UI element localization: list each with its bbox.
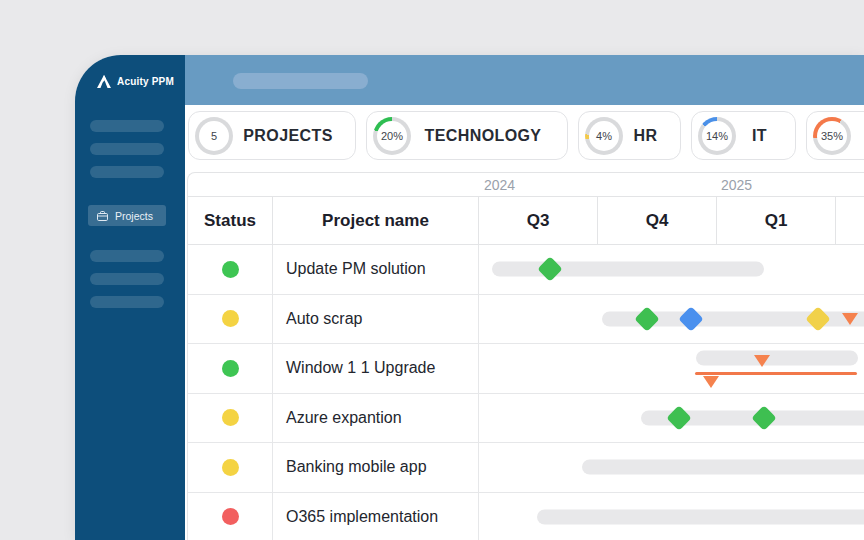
status-cell [188,245,273,294]
donut-chart: 35% [813,117,851,155]
table-row[interactable]: Azure expantion [188,394,864,444]
project-name: Banking mobile app [273,443,479,492]
briefcase-icon [97,211,108,221]
main-content: 5 PROJECTS 20% TECHNOLOGY 4% HR 14% IT 3… [185,55,864,540]
sidebar-item-projects[interactable]: Projects [88,205,166,226]
project-name: Window 1 1 Upgrade [273,344,479,393]
year-header-row: 2024 2025 [188,173,864,197]
header-empty [836,197,864,244]
status-cell [188,394,273,443]
chip-label: IT [736,127,787,145]
projects-table: 2024 2025 Status Project name Q3 Q4 Q1 U… [187,172,864,540]
summary-chip[interactable]: 35% [806,111,864,160]
sidebar-skeleton-item [90,166,164,178]
chip-label: HR [623,127,672,145]
gantt-diamond-marker[interactable] [805,306,830,331]
header-q3: Q3 [479,197,598,244]
table-row[interactable]: Window 1 1 Upgrade [188,344,864,394]
gantt-triangle-marker[interactable] [703,376,719,388]
app-name: Acuity PPM [117,76,174,87]
summary-chip[interactable]: 5 PROJECTS [188,111,356,160]
app-logo: Acuity PPM [97,75,174,88]
header-status: Status [188,197,273,244]
summary-chip[interactable]: 14% IT [691,111,796,160]
gantt-timeline [479,394,864,443]
gantt-timeline [479,295,864,344]
status-dot [222,459,239,476]
sidebar: Acuity PPM Projects [75,55,185,540]
gantt-triangle-marker[interactable] [842,313,858,325]
header-project: Project name [273,197,479,244]
sidebar-skeleton-item [90,143,164,155]
donut-value: 35% [813,117,851,155]
gantt-baseline [695,372,857,375]
status-dot [222,310,239,327]
gantt-diamond-marker[interactable] [678,306,703,331]
table-row[interactable]: Banking mobile app [188,443,864,493]
year-label: 2025 [721,173,752,197]
logo-triangle-icon [97,75,111,88]
status-cell [188,344,273,393]
project-name: Update PM solution [273,245,479,294]
gantt-diamond-marker[interactable] [537,257,562,282]
top-banner [185,55,864,105]
table-body: Update PM solution Auto scrap Window 1 1… [188,245,864,540]
project-name: Azure expantion [273,394,479,443]
sidebar-skeleton-item [90,273,164,285]
summary-chip[interactable]: 20% TECHNOLOGY [366,111,568,160]
gantt-timeline [479,344,864,393]
gantt-diamond-marker[interactable] [634,306,659,331]
donut-chart: 20% [373,117,411,155]
year-label: 2024 [484,173,515,197]
donut-chart: 4% [585,117,623,155]
status-dot [222,261,239,278]
table-row[interactable]: Update PM solution [188,245,864,295]
app-window: Acuity PPM Projects 5 PROJECTS [75,55,864,540]
project-name: O365 implementation [273,493,479,540]
header-q4: Q4 [598,197,717,244]
chip-label: TECHNOLOGY [411,127,559,145]
status-dot [222,360,239,377]
status-dot [222,508,239,525]
gantt-diamond-marker[interactable] [666,405,691,430]
gantt-diamond-marker[interactable] [751,405,776,430]
sidebar-item-label: Projects [115,210,153,222]
donut-value: 14% [698,117,736,155]
sidebar-skeleton-item [90,250,164,262]
donut-value: 4% [585,117,623,155]
table-row[interactable]: Auto scrap [188,295,864,345]
gantt-bar[interactable] [537,509,864,524]
gantt-bar[interactable] [492,262,764,277]
table-header-row: Status Project name Q3 Q4 Q1 [188,197,864,245]
donut-chart: 5 [195,117,233,155]
gantt-bar[interactable] [582,460,864,475]
gantt-timeline [479,245,864,294]
status-dot [222,409,239,426]
summary-chip[interactable]: 4% HR [578,111,681,160]
header-q1: Q1 [717,197,836,244]
table-row[interactable]: O365 implementation [188,493,864,540]
chips-row: 5 PROJECTS 20% TECHNOLOGY 4% HR 14% IT 3… [188,111,864,160]
gantt-triangle-marker[interactable] [754,355,770,367]
donut-chart: 14% [698,117,736,155]
status-cell [188,443,273,492]
sidebar-skeleton-item [90,296,164,308]
gantt-bar[interactable] [696,351,858,366]
banner-skeleton-pill [233,73,368,89]
status-cell [188,493,273,540]
donut-value: 5 [195,117,233,155]
donut-value: 20% [373,117,411,155]
status-cell [188,295,273,344]
gantt-timeline [479,493,864,540]
chip-label: PROJECTS [233,127,347,145]
gantt-timeline [479,443,864,492]
sidebar-skeleton-item [90,120,164,132]
project-name: Auto scrap [273,295,479,344]
